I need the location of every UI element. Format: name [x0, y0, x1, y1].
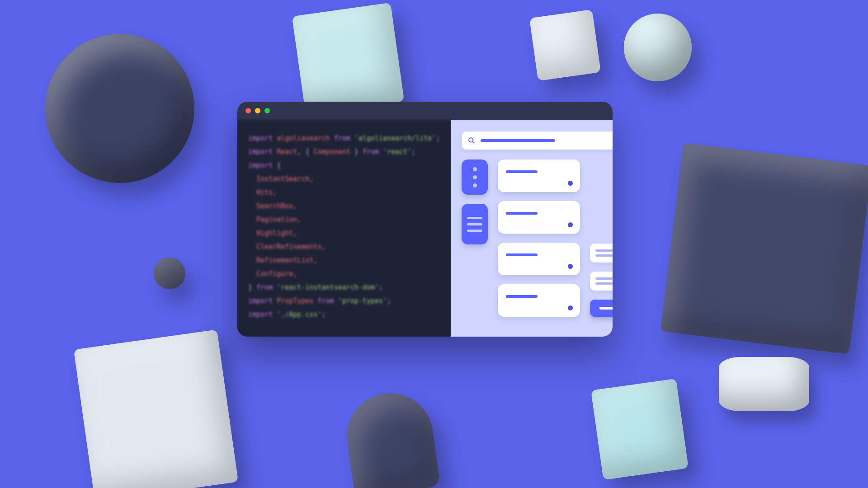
- app-window: import algoliasearch from 'algoliasearch…: [237, 102, 613, 337]
- code-pane: import algoliasearch from 'algoliasearch…: [237, 120, 451, 337]
- decor-sphere-teal: [624, 14, 692, 81]
- decor-cylinder: [719, 357, 809, 411]
- result-card[interactable]: [498, 160, 580, 192]
- decor-cube-white: [529, 9, 601, 81]
- filter-chip-dots[interactable]: [462, 160, 488, 195]
- filters-column: [462, 160, 488, 317]
- search-placeholder-bar: [481, 139, 555, 142]
- result-card[interactable]: [498, 284, 580, 317]
- filter-chip-lines[interactable]: [462, 204, 488, 244]
- decor-cube-teal-2: [591, 379, 689, 480]
- decor-pill-navy: [342, 388, 441, 488]
- decor-cube-large: [74, 329, 238, 488]
- zoom-icon[interactable]: [264, 108, 270, 113]
- results-column: [498, 160, 580, 317]
- search-input[interactable]: [462, 131, 613, 150]
- close-icon[interactable]: [245, 108, 251, 113]
- minimize-icon[interactable]: [255, 108, 260, 113]
- decor-sphere-large: [45, 34, 194, 183]
- aside-card[interactable]: [590, 272, 613, 291]
- result-card[interactable]: [498, 201, 580, 234]
- decor-cube-navy: [660, 143, 868, 354]
- svg-line-1: [472, 141, 474, 143]
- decor-cube-teal: [292, 3, 404, 115]
- svg-point-0: [469, 138, 473, 142]
- decor-sphere-small: [154, 258, 185, 289]
- aside-column: [590, 160, 613, 317]
- result-card[interactable]: [498, 243, 580, 275]
- search-icon: [468, 137, 475, 144]
- ui-preview-pane: [451, 120, 613, 337]
- cta-button[interactable]: [590, 300, 613, 317]
- window-titlebar: [237, 102, 613, 120]
- aside-card[interactable]: [590, 244, 613, 263]
